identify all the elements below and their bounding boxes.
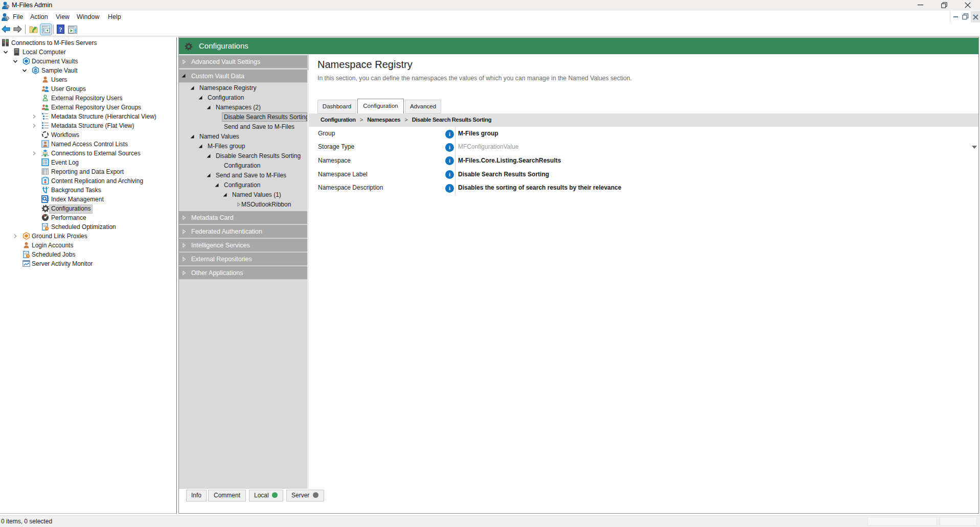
svg-text:?: ? [59,26,62,33]
